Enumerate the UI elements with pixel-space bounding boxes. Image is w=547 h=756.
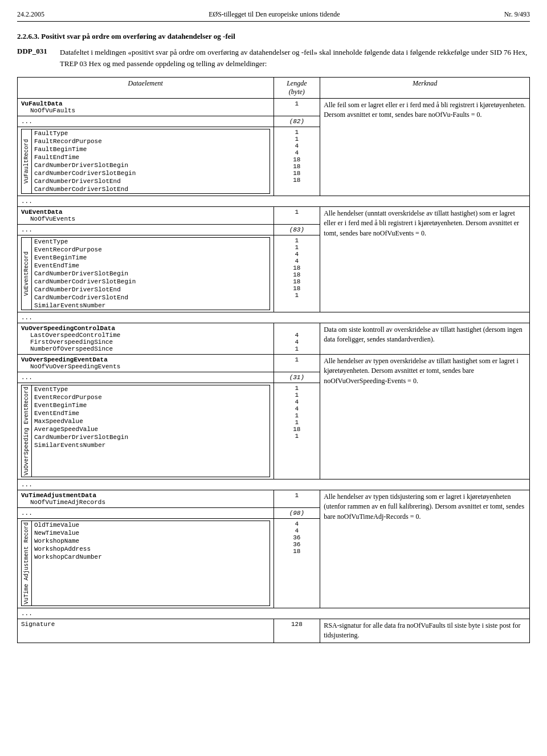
record-fields: EventType EventRecordPurpose EventBeginT… xyxy=(32,238,270,310)
record-label: VuOverSpeeding EventRecord xyxy=(23,387,30,475)
record-fields: FaultType FaultRecordPurpose FaultBeginT… xyxy=(32,129,270,193)
field-row: SimilarEventsNumber xyxy=(32,441,270,449)
ddp-label: DDP_031 xyxy=(17,47,54,69)
page-header: 24.2.2005 EØS-tillegget til Den europeis… xyxy=(17,10,530,22)
field-row: FaultBeginTime xyxy=(32,145,270,153)
length-cell: 1 xyxy=(274,355,320,372)
length-cell: 1 1 4 4 18 18 18 18 1 xyxy=(274,235,320,312)
table-row: ... xyxy=(18,196,530,207)
table-row: ... xyxy=(18,312,530,323)
field-row: EventEndTime xyxy=(32,262,270,270)
field-subname: NoOfVuEvents xyxy=(21,216,270,222)
field-row: AverageSpeedValue xyxy=(32,425,270,433)
field-name: VuEventData xyxy=(21,209,270,216)
field-row: CardNumberDriverSlotBegin xyxy=(32,270,270,278)
data-cell: VuOverSpeedingControlData LastOverspeedC… xyxy=(18,323,274,355)
record-block: VuOverSpeeding EventRecord EventType Eve… xyxy=(21,385,270,477)
record-fields: EventType EventRecordPurpose EventBeginT… xyxy=(32,385,270,477)
field-name: VuOverSpeedingEventData xyxy=(21,356,270,363)
table-row: ... xyxy=(18,608,530,619)
data-cell: VuTime Adjustment Record OldTimeValue Ne… xyxy=(18,519,274,608)
data-cell: Signature xyxy=(18,619,274,643)
length-cell: 1 1 4 4 18 18 18 18 xyxy=(274,127,320,196)
field-row: FaultEndTime xyxy=(32,153,270,161)
record-label: VuTime Adjustment Record xyxy=(23,522,30,604)
length-cell: (82) xyxy=(274,116,320,127)
field-name: VuTimeAdjustmentData xyxy=(21,492,270,499)
field-row: cardNumberCodriverSlotBegin xyxy=(32,278,270,286)
record-label-cell: VuEventRecord xyxy=(22,238,32,310)
field-row: FaultType xyxy=(32,129,270,137)
field-name: Signature xyxy=(21,621,270,628)
field-row: CardNumberDriverSlotBegin xyxy=(32,433,270,441)
data-cell: ... xyxy=(18,312,530,323)
record-label: VuFaultRecord xyxy=(23,139,30,184)
field-row: NewTimeValue xyxy=(32,529,270,537)
field-row: EventRecordPurpose xyxy=(32,246,270,254)
record-label-cell: VuFaultRecord xyxy=(22,129,32,193)
note-cell: RSA-signatur for alle data fra noOfVuFau… xyxy=(320,619,530,643)
record-fields: OldTimeValue NewTimeValue WorkshopName W… xyxy=(32,521,270,605)
length-cell: 1 xyxy=(274,490,320,508)
data-cell: VuOverSpeedingEventData NoOfVuOverSpeedi… xyxy=(18,355,274,372)
field-row: EventBeginTime xyxy=(32,401,270,409)
data-cell: VuEventRecord EventType EventRecordPurpo… xyxy=(18,235,274,312)
table-row: VuOverSpeedingControlData LastOverspeedC… xyxy=(18,323,530,355)
length-cell: 1 1 4 4 1 1 18 1 xyxy=(274,383,320,479)
length-cell: 128 xyxy=(274,619,320,643)
table-row: VuOverSpeedingEventData NoOfVuOverSpeedi… xyxy=(18,355,530,372)
ddp-text: Datafeltet i meldingen «positivt svar på… xyxy=(60,47,530,69)
data-cell: VuEventData NoOfVuEvents xyxy=(18,207,274,225)
field-row: WorkshopAddress xyxy=(32,545,270,553)
field-row: CardNumberCodriverSlotEnd xyxy=(32,294,270,302)
header-number: Nr. 9/493 xyxy=(504,10,530,19)
field-row: EventBeginTime xyxy=(32,254,270,262)
table-row: VuFaultData NoOfVuFaults 1 Alle feil som… xyxy=(18,99,530,116)
main-table: Dataelement Lengde(byte) Merknad VuFault… xyxy=(17,77,530,643)
note-cell: Alle feil som er lagret eller er i ferd … xyxy=(320,99,530,196)
field-row: cardNumberCodriverSlotBegin xyxy=(32,169,270,177)
header-date: 24.2.2005 xyxy=(17,10,44,19)
table-row: ... xyxy=(18,479,530,490)
field-row: WorkshopName xyxy=(32,537,270,545)
table-row: Signature 128 RSA-signatur for alle data… xyxy=(18,619,530,643)
field-row: MaxSpeedValue xyxy=(32,417,270,425)
record-block: VuTime Adjustment Record OldTimeValue Ne… xyxy=(21,521,270,606)
col-header-note: Merknad xyxy=(320,78,530,99)
field-row: CardNumberDriverSlotEnd xyxy=(32,286,270,294)
data-cell: ... xyxy=(18,508,274,519)
field-subname: NoOfVuOverSpeedingEvents xyxy=(21,363,270,370)
data-cell: VuFaultRecord FaultType FaultRecordPurpo… xyxy=(18,127,274,196)
data-cell: ... xyxy=(18,608,530,619)
length-cell: (98) xyxy=(274,508,320,519)
field-subname: LastOverspeedControlTime xyxy=(21,332,270,339)
field-row: SimilarEventsNumber xyxy=(32,302,270,310)
field-subname: NumberOfOverspeedSince xyxy=(21,346,270,352)
field-subname: FirstOverspeedingSince xyxy=(21,339,270,346)
length-cell: (31) xyxy=(274,372,320,383)
data-cell: ... xyxy=(18,372,274,383)
record-block: VuFaultRecord FaultType FaultRecordPurpo… xyxy=(21,129,270,194)
data-cell: VuFaultData NoOfVuFaults xyxy=(18,99,274,116)
col-header-data: Dataelement xyxy=(18,78,274,99)
field-name: VuOverSpeedingControlData xyxy=(21,325,270,332)
length-cell: 4 4 1 xyxy=(274,323,320,355)
data-cell: ... xyxy=(18,196,530,207)
header-title: EØS-tillegget til Den europeiske unions … xyxy=(209,10,340,19)
field-row: OldTimeValue xyxy=(32,521,270,529)
field-row: CardNumberDriverSlotBegin xyxy=(32,161,270,169)
data-cell: VuTimeAdjustmentData NoOfVuTimeAdjRecord… xyxy=(18,490,274,508)
data-cell: ... xyxy=(18,116,274,127)
section-title: 2.2.6.3. Positivt svar på ordre om overf… xyxy=(17,32,530,41)
field-row: EventType xyxy=(32,238,270,246)
record-block: VuEventRecord EventType EventRecordPurpo… xyxy=(21,237,270,310)
field-row: EventType xyxy=(32,385,270,393)
field-row: FaultRecordPurpose xyxy=(32,137,270,145)
table-row: VuTimeAdjustmentData NoOfVuTimeAdjRecord… xyxy=(18,490,530,508)
data-cell: ... xyxy=(18,225,274,235)
table-row: VuEventData NoOfVuEvents 1 Alle hendelse… xyxy=(18,207,530,225)
field-row: EventRecordPurpose xyxy=(32,393,270,401)
col-header-length: Lengde(byte) xyxy=(274,78,320,99)
length-cell: (83) xyxy=(274,225,320,235)
field-subname: NoOfVuFaults xyxy=(21,107,270,114)
